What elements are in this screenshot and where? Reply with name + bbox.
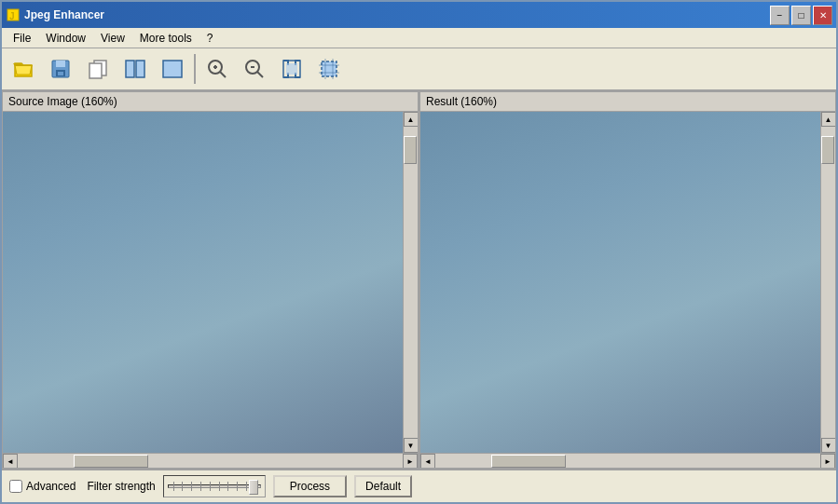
copy-icon: [87, 58, 109, 80]
source-panel-title: Source Image (160%): [8, 95, 117, 108]
svg-rect-20: [322, 61, 337, 76]
result-scroll-right[interactable]: ►: [820, 454, 835, 469]
zoom-in-button[interactable]: [199, 53, 235, 85]
menu-window[interactable]: Window: [38, 30, 93, 47]
slider-tick: [246, 482, 247, 491]
source-panel: Source Image (160%) ▲ ▼ ◄: [2, 91, 419, 469]
svg-rect-3: [56, 61, 65, 67]
result-panel: Result (160%) ▲ ▼ ◄: [419, 91, 836, 469]
menu-file[interactable]: File: [6, 30, 38, 47]
fit-window-icon: [281, 58, 303, 80]
split-view-icon: [124, 58, 146, 80]
result-scroll-left[interactable]: ◄: [420, 454, 435, 469]
slider-thumb[interactable]: [249, 480, 258, 495]
source-scrollbar-vertical[interactable]: ▲ ▼: [403, 112, 418, 453]
source-scroll-track-v[interactable]: [404, 127, 418, 438]
svg-text:J: J: [9, 11, 15, 21]
result-panel-bottom: ◄ ►: [420, 453, 835, 468]
menu-help[interactable]: ?: [199, 30, 221, 47]
svg-rect-5: [58, 72, 63, 75]
result-scrollbar-vertical[interactable]: ▲ ▼: [820, 112, 835, 453]
default-button[interactable]: Default: [354, 475, 412, 497]
single-view-button[interactable]: [155, 53, 190, 85]
single-view-icon: [161, 58, 184, 80]
crop-icon: [318, 58, 340, 80]
process-button[interactable]: Process: [273, 475, 347, 497]
folder-open-icon: [12, 58, 34, 80]
svg-rect-19: [286, 63, 297, 75]
advanced-checkbox-container: Advanced: [9, 480, 76, 493]
app-icon: J: [6, 7, 21, 22]
slider-tick: [200, 482, 201, 491]
bottom-bar: Advanced Filter strength Pro: [2, 469, 836, 502]
save-button[interactable]: [43, 53, 78, 85]
result-scroll-thumb-v[interactable]: [821, 136, 834, 164]
menu-view[interactable]: View: [93, 30, 132, 47]
source-image-viewport[interactable]: [3, 112, 403, 453]
svg-rect-8: [126, 61, 134, 77]
advanced-label[interactable]: Advanced: [26, 480, 76, 493]
slider-track[interactable]: [168, 484, 261, 488]
title-bar-left: J Jpeg Enhancer: [6, 7, 104, 22]
source-panel-body: ▲ ▼: [3, 112, 418, 453]
fit-window-button[interactable]: [274, 53, 309, 85]
minimize-button[interactable]: −: [770, 6, 790, 25]
toolbar: [2, 48, 836, 91]
source-panel-bottom: ◄ ►: [3, 453, 418, 468]
slider-tick: [227, 482, 228, 491]
svg-rect-7: [89, 63, 102, 78]
source-scroll-left[interactable]: ◄: [3, 454, 18, 469]
zoom-out-button[interactable]: [237, 53, 272, 85]
result-scroll-track-v[interactable]: [821, 127, 835, 438]
title-bar-buttons: − □ ✕: [770, 6, 832, 25]
filter-strength-label: Filter strength: [87, 480, 155, 493]
result-scroll-down[interactable]: ▼: [821, 438, 836, 453]
source-panel-header: Source Image (160%): [3, 92, 418, 112]
slider-tick: [237, 482, 238, 491]
source-scroll-thumb-v[interactable]: [404, 136, 417, 164]
main-window: J Jpeg Enhancer − □ ✕ File Window View M…: [0, 0, 838, 504]
crop-button[interactable]: [311, 53, 347, 85]
panels-container: Source Image (160%) ▲ ▼ ◄: [2, 91, 836, 469]
slider-tick: [173, 482, 174, 491]
filter-strength-slider[interactable]: [163, 475, 266, 497]
result-scroll-up[interactable]: ▲: [821, 112, 836, 127]
menu-bar: File Window View More tools ?: [2, 28, 836, 48]
source-scroll-up[interactable]: ▲: [404, 112, 419, 127]
maximize-button[interactable]: □: [791, 6, 811, 25]
svg-line-14: [220, 72, 226, 77]
result-panel-title: Result (160%): [426, 95, 497, 108]
slider-tick: [191, 482, 192, 491]
source-scroll-right[interactable]: ►: [403, 454, 418, 469]
result-scroll-thumb-h[interactable]: [491, 455, 566, 468]
result-image-viewport[interactable]: [420, 112, 820, 453]
result-panel-header: Result (160%): [420, 92, 835, 112]
close-button[interactable]: ✕: [813, 6, 832, 25]
menu-more-tools[interactable]: More tools: [132, 30, 199, 47]
svg-line-17: [257, 72, 263, 77]
slider-tick: [210, 482, 211, 491]
window-title: Jpeg Enhancer: [24, 8, 104, 21]
open-button[interactable]: [6, 53, 41, 85]
result-scroll-track-h[interactable]: [435, 454, 820, 468]
zoom-out-icon: [243, 58, 266, 80]
toolbar-separator: [194, 54, 196, 84]
svg-rect-9: [136, 61, 144, 77]
result-panel-body: ▲ ▼: [420, 112, 835, 453]
main-content: Source Image (160%) ▲ ▼ ◄: [2, 91, 836, 502]
zoom-in-icon: [206, 58, 228, 80]
split-view-button[interactable]: [117, 53, 153, 85]
save-icon: [49, 58, 72, 80]
svg-rect-10: [163, 61, 182, 77]
source-scroll-down[interactable]: ▼: [404, 438, 419, 453]
source-scroll-thumb-h[interactable]: [74, 455, 148, 468]
slider-tick: [182, 482, 183, 491]
source-scroll-track-h[interactable]: [18, 454, 403, 468]
title-bar: J Jpeg Enhancer − □ ✕: [2, 2, 836, 28]
copy-button[interactable]: [80, 53, 116, 85]
advanced-checkbox[interactable]: [9, 480, 22, 493]
slider-tick: [219, 482, 220, 491]
